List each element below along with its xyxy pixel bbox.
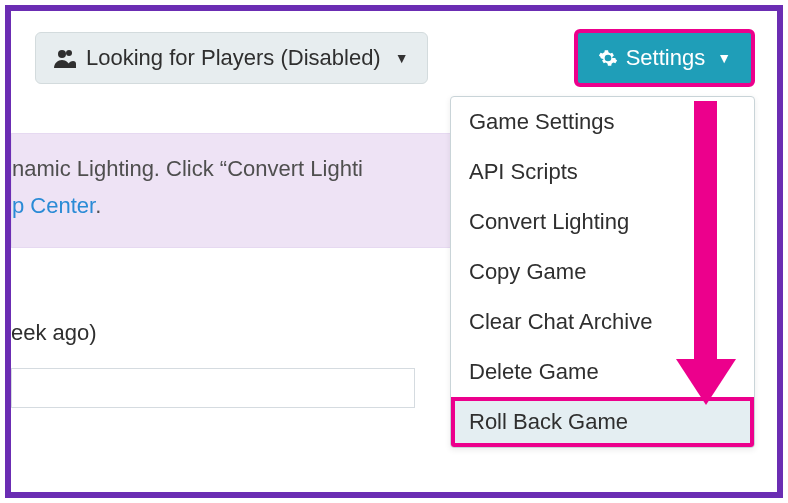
looking-for-players-label: Looking for Players (Disabled) [86, 45, 381, 71]
menu-item-clear-chat[interactable]: Clear Chat Archive [451, 297, 754, 347]
help-center-link[interactable]: p Center [12, 193, 95, 218]
gear-icon [598, 48, 618, 68]
menu-item-convert-lighting[interactable]: Convert Lighting [451, 197, 754, 247]
menu-item-delete-game[interactable]: Delete Game [451, 347, 754, 397]
menu-item-game-settings[interactable]: Game Settings [451, 97, 754, 147]
menu-item-api-scripts[interactable]: API Scripts [451, 147, 754, 197]
settings-label: Settings [626, 45, 706, 71]
settings-dropdown: Game Settings API Scripts Convert Lighti… [450, 96, 755, 448]
looking-for-players-button[interactable]: Looking for Players (Disabled) ▼ [35, 32, 428, 84]
people-icon [54, 48, 76, 68]
banner-period: . [95, 193, 101, 218]
chevron-down-icon: ▼ [395, 50, 409, 66]
svg-point-1 [66, 50, 72, 56]
menu-item-copy-game[interactable]: Copy Game [451, 247, 754, 297]
chevron-down-icon: ▼ [717, 50, 731, 66]
svg-point-0 [58, 50, 66, 58]
content-panel [11, 368, 415, 408]
menu-item-roll-back-game[interactable]: Roll Back Game [451, 397, 754, 447]
settings-button[interactable]: Settings ▼ [574, 29, 755, 87]
